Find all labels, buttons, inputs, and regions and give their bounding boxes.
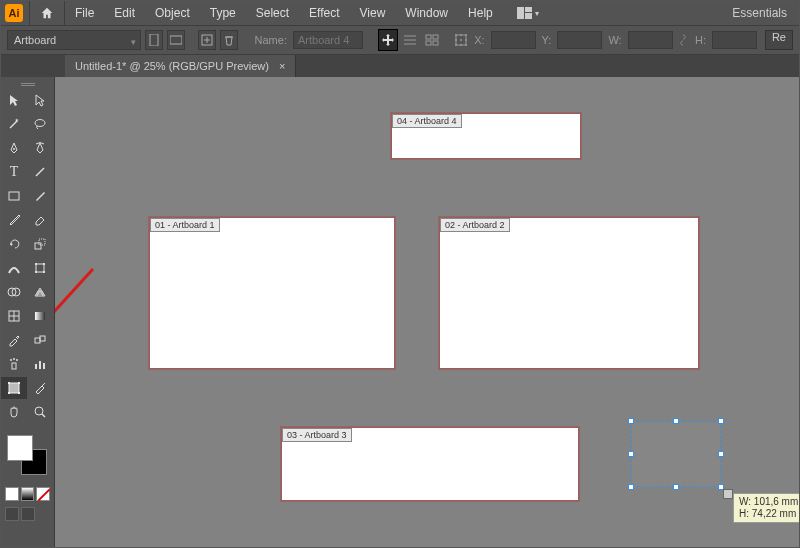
artboard-label: 04 - Artboard 4 [392,114,462,128]
selection-handle[interactable] [628,484,634,490]
artboard-options-button[interactable] [402,30,420,50]
delete-artboard-button[interactable] [220,30,238,50]
shaper-tool[interactable] [1,209,27,231]
svg-point-27 [35,120,45,127]
eraser-tool[interactable] [27,209,53,231]
svg-point-28 [13,148,15,150]
selection-tool[interactable] [1,89,27,111]
selection-handle[interactable] [718,451,724,457]
column-graph-tool[interactable] [27,353,53,375]
normal-screen-mode-button[interactable] [5,507,19,521]
none-mode-button[interactable] [36,487,50,501]
constrain-proportions-icon[interactable] [677,30,689,50]
zoom-tool[interactable] [27,401,53,423]
svg-point-47 [10,359,12,361]
svg-point-19 [465,34,467,36]
h-value-input[interactable] [712,31,757,49]
rearrange-artboards-button[interactable] [423,30,441,50]
pen-tool[interactable] [1,137,27,159]
type-tool[interactable]: T [1,161,27,183]
svg-rect-2 [525,13,532,19]
y-label: Y: [540,34,554,46]
menu-window[interactable]: Window [395,1,458,25]
fill-stroke-swatches[interactable] [1,433,54,483]
shape-builder-tool[interactable] [1,281,27,303]
blend-tool[interactable] [27,329,53,351]
gradient-mode-button[interactable] [21,487,35,501]
svg-rect-1 [525,7,532,12]
menu-file[interactable]: File [65,1,104,25]
document-tab[interactable]: Untitled-1* @ 25% (RGB/GPU Preview) × [65,55,296,77]
mesh-tool[interactable] [1,305,27,327]
document-tab-title: Untitled-1* @ 25% (RGB/GPU Preview) [75,60,269,72]
artboard-name-input[interactable] [293,31,363,49]
menu-type[interactable]: Type [200,1,246,25]
eyedropper-tool[interactable] [1,329,27,351]
scale-tool[interactable] [27,233,53,255]
artboard-name-label: Name: [253,34,289,46]
lasso-tool[interactable] [27,113,53,135]
gradient-tool[interactable] [27,305,53,327]
x-value-input[interactable] [491,31,536,49]
arrange-documents-button[interactable]: ▾ [517,5,539,21]
close-tab-button[interactable]: × [279,60,285,72]
svg-rect-14 [426,41,431,45]
direct-selection-tool[interactable] [27,89,53,111]
menu-select[interactable]: Select [246,1,299,25]
selection-handle[interactable] [673,418,679,424]
svg-point-18 [460,34,462,36]
slice-tool[interactable] [27,377,53,399]
artboard-03[interactable]: 03 - Artboard 3 [281,427,579,501]
artboard-preset-dropdown[interactable]: Artboard [7,30,141,50]
svg-rect-52 [43,363,45,369]
x-label: X: [472,34,486,46]
orientation-portrait-button[interactable] [145,30,163,50]
y-value-input[interactable] [557,31,602,49]
move-artwork-with-artboard-button[interactable] [378,29,398,51]
rectangle-tool[interactable] [1,185,27,207]
w-value-input[interactable] [628,31,673,49]
new-artboard-button[interactable] [198,30,216,50]
selection-handle[interactable] [628,418,634,424]
free-transform-tool[interactable] [27,257,53,279]
svg-rect-55 [18,382,20,384]
artboard-tool[interactable] [1,377,27,399]
full-screen-mode-button[interactable] [21,507,35,521]
symbol-sprayer-tool[interactable] [1,353,27,375]
line-segment-tool[interactable] [27,161,53,183]
selection-handle[interactable] [673,484,679,490]
svg-point-59 [35,407,43,415]
selection-handle[interactable] [718,418,724,424]
panel-grip-icon[interactable] [21,83,35,86]
magic-wand-tool[interactable] [1,113,27,135]
rotate-tool[interactable] [1,233,27,255]
menu-effect[interactable]: Effect [299,1,349,25]
perspective-grid-tool[interactable] [27,281,53,303]
width-tool[interactable] [1,257,27,279]
artboard-01[interactable]: 01 - Artboard 1 [149,217,395,369]
artboard-02[interactable]: 02 - Artboard 2 [439,217,699,369]
rearrange-all-button[interactable]: Re [765,30,793,50]
svg-rect-13 [433,35,438,39]
fill-swatch[interactable] [7,435,33,461]
menu-help[interactable]: Help [458,1,503,25]
paintbrush-tool[interactable] [27,185,53,207]
menu-view[interactable]: View [350,1,396,25]
orientation-landscape-button[interactable] [167,30,185,50]
color-mode-button[interactable] [5,487,19,501]
menu-object[interactable]: Object [145,1,200,25]
artboard-label: 03 - Artboard 3 [282,428,352,442]
hand-tool[interactable] [1,401,27,423]
svg-rect-32 [39,239,45,245]
artboard-04[interactable]: 04 - Artboard 4 [391,113,581,159]
workspace-switcher[interactable]: Essentials [720,6,799,20]
svg-rect-33 [36,264,44,272]
selection-handle[interactable] [628,451,634,457]
home-button[interactable] [29,1,65,25]
svg-rect-57 [18,392,20,394]
reference-point-icon[interactable] [454,30,468,50]
menu-edit[interactable]: Edit [104,1,145,25]
curvature-tool[interactable] [27,137,53,159]
new-artboard-selection[interactable] [631,421,721,487]
canvas-area[interactable]: 04 - Artboard 401 - Artboard 102 - Artbo… [55,77,799,547]
